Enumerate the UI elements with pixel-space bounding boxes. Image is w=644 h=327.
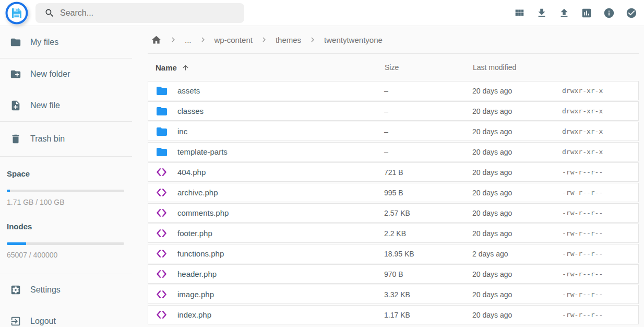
file-modified: 20 days ago	[472, 148, 562, 156]
file-modified: 20 days ago	[472, 87, 562, 95]
space-progress-fill	[7, 190, 10, 192]
file-size: –	[384, 87, 472, 95]
table-row[interactable]: index.php 1.17 KB 20 days ago -rw-r--r--	[148, 305, 639, 324]
code-icon	[156, 309, 168, 321]
file-permissions: -rw-r--r--	[562, 168, 638, 176]
file-size: 2.2 KB	[384, 229, 472, 238]
sidebar-item-label: Trash bin	[30, 134, 65, 144]
search-icon	[44, 8, 55, 18]
sidebar-item-my-files[interactable]: My files	[0, 27, 132, 58]
sidebar-item-new-file[interactable]: New file	[0, 90, 132, 121]
folder-icon	[156, 125, 168, 138]
folder-icon	[156, 85, 168, 97]
grid-view-icon[interactable]	[514, 7, 525, 19]
search-box[interactable]	[35, 3, 244, 23]
file-name[interactable]: footer.php	[177, 229, 212, 238]
sidebar-item-label: New file	[30, 101, 60, 110]
floppy-logo-icon	[5, 2, 28, 25]
upload-icon[interactable]	[558, 7, 570, 19]
table-row[interactable]: footer.php 2.2 KB 20 days ago -rw-r--r--	[148, 224, 639, 243]
column-header-name[interactable]: Name	[148, 63, 385, 72]
file-name[interactable]: functions.php	[177, 249, 224, 258]
table-row[interactable]: functions.php 18.95 KB 2 days ago -rw-r-…	[148, 244, 639, 263]
file-name[interactable]: comments.php	[177, 208, 229, 217]
new-folder-icon	[10, 68, 21, 80]
breadcrumb-item[interactable]: themes	[276, 36, 301, 44]
file-modified: 20 days ago	[472, 229, 562, 238]
code-icon	[156, 186, 168, 199]
topbar	[0, 0, 644, 26]
sidebar-item-label: Settings	[30, 285, 61, 295]
space-usage-text: 1.71 GB / 100 GB	[7, 198, 124, 206]
file-name[interactable]: template-parts	[177, 147, 228, 156]
file-size: 995 B	[384, 189, 472, 197]
file-name[interactable]: 404.php	[177, 168, 206, 177]
sidebar-item-label: New folder	[30, 69, 70, 79]
space-progressbar	[7, 190, 124, 192]
logout-icon	[10, 316, 21, 327]
file-permissions: drwxr-xr-x	[562, 107, 638, 115]
code-icon	[156, 207, 168, 219]
file-name[interactable]: image.php	[177, 290, 214, 299]
file-modified: 20 days ago	[472, 189, 562, 197]
new-file-icon	[10, 100, 21, 111]
file-modified: 20 days ago	[472, 127, 562, 136]
chevron-right-icon	[198, 35, 208, 44]
breadcrumb-item[interactable]: ...	[185, 36, 192, 44]
home-icon[interactable]	[151, 34, 162, 45]
search-input[interactable]	[60, 8, 238, 18]
file-permissions: drwxr-xr-x	[562, 148, 638, 156]
file-name[interactable]: classes	[177, 107, 204, 115]
sidebar-item-new-folder[interactable]: New folder	[0, 59, 132, 90]
table-row[interactable]: template-parts – 20 days ago drwxr-xr-x	[148, 142, 639, 161]
file-permissions: -rw-r--r--	[562, 250, 638, 258]
sidebar-item-logout[interactable]: Logout	[0, 306, 132, 327]
settings-icon	[10, 284, 21, 296]
file-permissions: -rw-r--r--	[562, 290, 638, 298]
table-row[interactable]: 404.php 721 B 20 days ago -rw-r--r--	[148, 162, 639, 182]
file-size: 721 B	[384, 168, 472, 177]
folder-icon	[156, 146, 168, 158]
sidebar-item-settings[interactable]: Settings	[0, 274, 132, 306]
file-size: –	[384, 148, 472, 156]
table-row[interactable]: classes – 20 days ago drwxr-xr-x	[148, 101, 639, 121]
table-row[interactable]: inc – 20 days ago drwxr-xr-x	[148, 122, 639, 141]
breadcrumb: ... wp-content themes twentytwentyone	[148, 26, 639, 54]
column-header-modified[interactable]: Last modified	[473, 63, 563, 72]
check-circle-icon[interactable]	[626, 7, 637, 19]
file-size: 2.57 KB	[384, 209, 472, 217]
file-size: –	[384, 127, 472, 136]
file-name[interactable]: index.php	[177, 310, 211, 319]
table-row[interactable]: comments.php 2.57 KB 20 days ago -rw-r--…	[148, 203, 639, 223]
stats-icon[interactable]	[581, 7, 592, 19]
sidebar-item-trash-bin[interactable]: Trash bin	[0, 122, 132, 156]
breadcrumb-item-current[interactable]: twentytwentyone	[324, 36, 383, 44]
inodes-progress-fill	[7, 242, 26, 245]
download-icon[interactable]	[536, 7, 547, 19]
sidebar: My files New folder New file Trash bin S…	[0, 27, 132, 327]
file-modified: 2 days ago	[472, 250, 562, 258]
table-row[interactable]: archive.php 995 B 20 days ago -rw-r--r--	[148, 183, 639, 202]
toolbar-actions	[514, 7, 644, 19]
table-row[interactable]: assets – 20 days ago drwxr-xr-x	[148, 81, 639, 100]
folder-icon	[156, 105, 168, 118]
main-panel: ... wp-content themes twentytwentyone Na…	[148, 26, 639, 325]
code-icon	[156, 268, 168, 281]
info-icon[interactable]	[603, 7, 615, 19]
file-name[interactable]: assets	[177, 86, 200, 95]
file-name[interactable]: header.php	[177, 270, 217, 278]
table-row[interactable]: header.php 970 B 20 days ago -rw-r--r--	[148, 264, 639, 284]
table-row[interactable]: image.php 3.32 KB 20 days ago -rw-r--r--	[148, 285, 639, 304]
breadcrumb-item[interactable]: wp-content	[214, 36, 253, 44]
space-label: Space	[7, 169, 124, 178]
usage-section: Space 1.71 GB / 100 GB Inodes 65007 / 40…	[0, 157, 132, 274]
column-header-size[interactable]: Size	[385, 63, 473, 72]
file-permissions: -rw-r--r--	[562, 311, 638, 319]
app-logo[interactable]	[5, 2, 28, 25]
file-name[interactable]: inc	[177, 127, 187, 136]
inodes-progressbar	[7, 242, 124, 245]
chevron-right-icon	[259, 35, 269, 44]
file-modified: 20 days ago	[472, 168, 562, 177]
file-name[interactable]: archive.php	[177, 188, 218, 197]
file-modified: 20 days ago	[472, 107, 562, 115]
